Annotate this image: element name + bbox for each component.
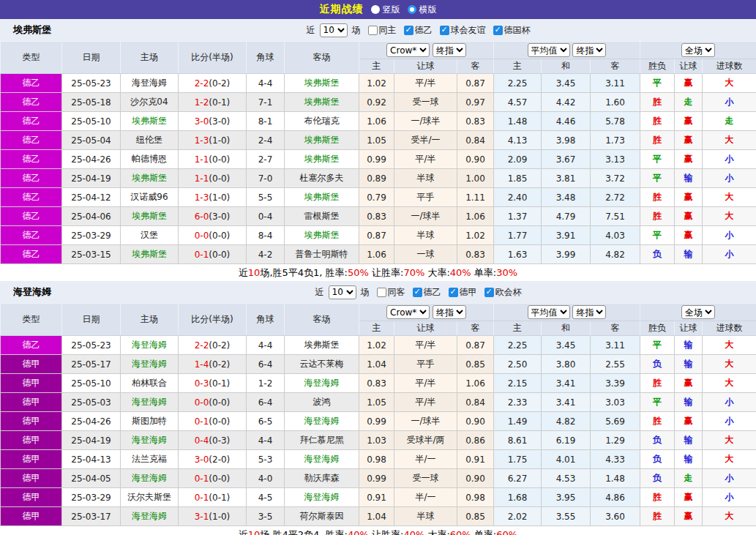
avg-away-odds: 7.51 [591,207,640,226]
crow-home-odds: 1.04 [359,507,394,526]
recent-results-page: 近期战绩 竖版 横版 埃弗斯堡 近 10 场 同主 德乙 球会 [0,0,756,535]
average-group-header: 平均值 终指 [494,304,640,321]
col-odds-home: 主 [359,321,394,336]
result-winlose: 胜 [640,374,675,393]
result-handicap: 赢 [675,226,703,245]
filter-same-away[interactable]: 同客 [377,286,405,299]
away-team: 海登海姆 [285,412,359,431]
match-row: 德乙25-05-23海登海姆2-2(0-2)4-4埃弗斯堡1.02平/半0.87… [1,336,756,355]
halftime-score: (3-0) [209,212,230,222]
result-goals: 小 [703,226,756,245]
radio-icon[interactable] [371,5,380,14]
match-row: 德甲25-05-10柏林联合0-3(0-1)1-2海登海姆0.83平/半1.06… [1,374,756,393]
result-winlose: 胜 [640,207,675,226]
match-count-select[interactable]: 10 [329,285,356,299]
filter-german-cup[interactable]: 德国杯 [493,24,531,37]
league-badge: 德甲 [1,469,62,488]
result-winlose: 胜 [640,188,675,207]
match-date: 25-03-17 [62,507,121,526]
result-winlose: 胜 [640,412,675,431]
average-select[interactable]: 平均值 [528,305,570,319]
avg-draw-odds: 3.55 [542,507,591,526]
halftime-score: (0-2) [209,78,230,89]
match-date: 25-04-26 [62,412,121,431]
score-cell: 0-0(0-0) [179,226,247,245]
match-row: 德乙25-04-19埃弗斯堡1-1(0-0)7-0杜塞尔多夫0.89半球1.00… [1,169,756,188]
avg-draw-odds: 3.45 [542,336,591,355]
fulltime-score: 0-1 [195,250,209,260]
crow-home-odds: 0.91 [359,488,394,507]
result-handicap: 输 [675,245,703,264]
result-goals: 小 [703,150,756,169]
result-winlose: 负 [640,450,675,469]
checkbox-icon[interactable] [368,26,378,35]
average-stage-select[interactable]: 终指 [572,43,606,57]
col-avg-home: 主 [494,59,542,74]
halftime-score: (2-0) [209,454,230,465]
avg-draw-odds: 3.91 [542,226,591,245]
bookmaker-select[interactable]: Crow* [386,43,430,57]
bookmaker-select[interactable]: Crow* [386,305,430,319]
crow-handicap: 受半/一 [394,131,457,150]
halftime-score: (0-0) [209,173,230,184]
match-date: 25-04-19 [62,431,121,450]
avg-home-odds: 1.68 [494,488,542,507]
corner-score: 7-0 [247,169,285,188]
result-goals: 大 [703,336,756,355]
avg-home-odds: 2.50 [494,355,542,374]
filter-league-2bundesliga[interactable]: 德乙 [404,24,433,37]
col-score: 比分(半场) [179,42,247,74]
checkbox-icon[interactable] [413,288,422,297]
fulltime-score: 6-0 [195,212,209,222]
average-stage-select[interactable]: 终指 [572,305,606,319]
crow-handicap: 受球半/两 [394,431,457,450]
fulltime-select[interactable]: 全场 [681,43,715,57]
fulltime-select[interactable]: 全场 [681,305,715,319]
away-team: 海登海姆 [285,450,359,469]
crow-home-odds: 1.02 [359,336,394,355]
avg-home-odds: 2.40 [494,188,542,207]
radio-icon[interactable] [408,5,416,14]
filter-league-2bundesliga[interactable]: 德乙 [413,286,441,299]
filter-league-bundesliga[interactable]: 德甲 [449,286,477,299]
col-avg-home: 主 [494,321,542,336]
odds-stage-select[interactable]: 终指 [433,305,466,319]
avg-home-odds: 4.57 [494,93,542,112]
corner-score: 4-4 [247,431,285,450]
crow-handicap: 平/半 [394,374,457,393]
home-team: 斯图加特 [121,412,179,431]
corner-score: 4-4 [247,74,285,93]
average-select[interactable]: 平均值 [528,43,570,57]
summary-segment: 30% [496,267,517,278]
avg-home-odds: 1.77 [494,226,542,245]
match-row: 德乙25-05-18沙尔克041-2(0-1)7-1埃弗斯堡0.92受一球0.9… [1,93,756,112]
away-team: 埃弗斯堡 [285,226,359,245]
checkbox-icon[interactable] [440,26,449,35]
checkbox-icon[interactable] [484,288,494,297]
checkbox-icon[interactable] [449,288,458,297]
checkbox-icon[interactable] [404,26,413,35]
summary-segment: 60% [450,529,471,535]
match-count-select[interactable]: 10 [320,23,348,37]
result-handicap: 输 [675,355,703,374]
halftime-score: (0-1) [209,493,230,503]
result-winlose: 平 [640,393,675,412]
fulltime-score: 3-0 [195,116,209,127]
checkbox-icon[interactable] [493,26,503,35]
match-date: 25-05-17 [62,355,121,374]
crow-handicap: 一/球半 [394,412,457,431]
filter-same-home[interactable]: 同主 [368,24,397,37]
summary-segment: 场,胜5平4负1, 胜率: [260,267,348,278]
layout-horizontal-option[interactable]: 横版 [408,4,437,16]
crow-home-odds: 1.05 [359,131,394,150]
summary-segment: 让胜率: [369,529,404,535]
result-winlose: 负 [640,431,675,450]
filter-conference-league[interactable]: 欧会杯 [484,286,522,299]
checkbox-icon[interactable] [377,288,386,297]
filter-club-friendly[interactable]: 球会友谊 [440,24,486,37]
crow-home-odds: 0.83 [359,207,394,226]
crow-home-odds: 1.03 [359,431,394,450]
odds-stage-select[interactable]: 终指 [433,43,466,57]
match-row: 德甲25-04-13法兰克福3-0(2-0)5-3海登海姆0.98半/一0.91… [1,450,756,469]
layout-vertical-option[interactable]: 竖版 [371,4,400,16]
